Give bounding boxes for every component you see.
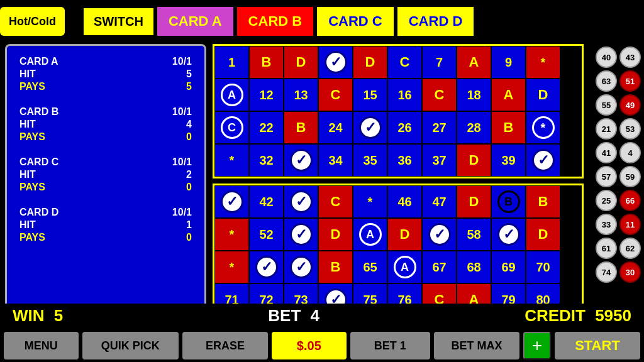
cell-47[interactable]: 47 <box>422 185 457 218</box>
cell-1[interactable]: 1 <box>214 46 249 79</box>
card-c-tab[interactable]: CARD C <box>317 7 394 36</box>
cell-26[interactable]: 26 <box>387 111 422 144</box>
cell-b6[interactable]: B <box>318 251 353 283</box>
cell-34[interactable]: 34 <box>318 144 353 177</box>
cell-b4[interactable]: B <box>491 185 526 218</box>
cell-check10[interactable]: ✓ <box>249 251 284 283</box>
quik-pick-button[interactable]: QUIK PICK <box>82 332 179 359</box>
cell-b5[interactable]: B <box>526 185 560 218</box>
cell-12[interactable]: 12 <box>249 79 284 111</box>
cell-27[interactable]: 27 <box>422 111 457 144</box>
cell-13[interactable]: 13 <box>284 79 318 111</box>
cell-check4[interactable]: ✓ <box>526 144 560 177</box>
cell-check9[interactable]: ✓ <box>491 218 526 251</box>
cell-9[interactable]: 9 <box>491 46 526 79</box>
cell-58[interactable]: 58 <box>457 218 491 251</box>
cell-37[interactable]: 37 <box>422 144 457 177</box>
cell-c3[interactable]: C <box>422 79 457 111</box>
cell-c2[interactable]: C <box>318 79 353 111</box>
cell-a-circle2[interactable]: A <box>353 218 387 251</box>
cell-star4[interactable]: * <box>353 185 387 218</box>
ball-55[interactable]: 55 <box>596 94 617 116</box>
ball-49[interactable]: 49 <box>619 94 641 116</box>
cell-18[interactable]: 18 <box>457 79 491 111</box>
cell-16[interactable]: 16 <box>387 79 422 111</box>
cell-36[interactable]: 36 <box>387 144 422 177</box>
cell-65[interactable]: 65 <box>353 251 387 283</box>
cell-b2[interactable]: B <box>284 111 318 144</box>
cell-d6[interactable]: D <box>318 218 353 251</box>
cell-a-circle3[interactable]: A <box>387 251 422 283</box>
cell-star3[interactable]: * <box>214 144 249 177</box>
cell-star1[interactable]: * <box>526 46 560 79</box>
ball-53[interactable]: 53 <box>619 118 641 140</box>
cell-15[interactable]: 15 <box>353 79 387 111</box>
cell-69[interactable]: 69 <box>491 251 526 283</box>
cell-check7[interactable]: ✓ <box>284 218 318 251</box>
cell-d4[interactable]: D <box>457 144 491 177</box>
cell-star2[interactable]: * <box>526 111 560 144</box>
cell-d3[interactable]: D <box>526 79 560 111</box>
cell-c1[interactable]: C <box>387 46 422 79</box>
bet-max-button[interactable]: BET MAX <box>434 332 519 359</box>
cell-b3[interactable]: B <box>491 111 526 144</box>
cell-star5[interactable]: * <box>214 218 249 251</box>
cell-check2[interactable]: ✓ <box>353 111 387 144</box>
menu-button[interactable]: MENU <box>4 332 79 359</box>
switch-tab[interactable]: SWITCH <box>84 8 153 35</box>
dollar-button[interactable]: $.05 <box>272 332 347 359</box>
ball-25[interactable]: 25 <box>596 190 617 211</box>
cell-67[interactable]: 67 <box>422 251 457 283</box>
bet1-button[interactable]: BET 1 <box>350 332 430 359</box>
ball-41[interactable]: 41 <box>596 142 617 163</box>
cell-68[interactable]: 68 <box>457 251 491 283</box>
cell-c4[interactable]: C <box>318 185 353 218</box>
cell-a2[interactable]: A <box>491 79 526 111</box>
ball-59[interactable]: 59 <box>619 166 641 187</box>
card-a-tab[interactable]: CARD A <box>157 7 233 36</box>
ball-21[interactable]: 21 <box>596 118 617 140</box>
cell-22[interactable]: 22 <box>249 111 284 144</box>
cell-d1[interactable]: D <box>284 46 318 79</box>
cell-52[interactable]: 52 <box>249 218 284 251</box>
ball-61[interactable]: 61 <box>596 238 617 259</box>
cell-35[interactable]: 35 <box>353 144 387 177</box>
cell-24[interactable]: 24 <box>318 111 353 144</box>
ball-40[interactable]: 40 <box>596 47 617 68</box>
start-button[interactable]: START <box>555 332 640 359</box>
ball-33[interactable]: 33 <box>596 214 617 235</box>
cell-28[interactable]: 28 <box>457 111 491 144</box>
cell-d2[interactable]: D <box>353 46 387 79</box>
ball-4[interactable]: 4 <box>619 142 641 163</box>
ball-74[interactable]: 74 <box>596 261 617 283</box>
cell-32[interactable]: 32 <box>249 144 284 177</box>
ball-51[interactable]: 51 <box>619 70 641 92</box>
cell-7[interactable]: 7 <box>422 46 457 79</box>
hot-cold-button[interactable]: Hot/Cold <box>0 7 65 36</box>
cell-check5[interactable]: ✓ <box>214 185 249 218</box>
card-d-tab[interactable]: CARD D <box>397 7 474 36</box>
cell-39[interactable]: 39 <box>491 144 526 177</box>
cell-46[interactable]: 46 <box>387 185 422 218</box>
cell-70[interactable]: 70 <box>526 251 560 283</box>
ball-66[interactable]: 66 <box>619 190 641 211</box>
cell-b1[interactable]: B <box>249 46 284 79</box>
cell-star6[interactable]: * <box>214 251 249 283</box>
cell-a-circle1[interactable]: A <box>214 79 249 111</box>
cell-d5[interactable]: D <box>457 185 491 218</box>
ball-11[interactable]: 11 <box>619 214 641 235</box>
ball-57[interactable]: 57 <box>596 166 617 187</box>
cell-check1[interactable]: ✓ <box>318 46 353 79</box>
plus-button[interactable]: + <box>523 332 551 359</box>
cell-check11[interactable]: ✓ <box>284 251 318 283</box>
cell-42[interactable]: 42 <box>249 185 284 218</box>
cell-check6[interactable]: ✓ <box>284 185 318 218</box>
card-b-tab[interactable]: CARD B <box>237 7 314 36</box>
ball-63[interactable]: 63 <box>596 70 617 92</box>
ball-62[interactable]: 62 <box>619 238 641 259</box>
cell-d7[interactable]: D <box>387 218 422 251</box>
erase-button[interactable]: ERASE <box>182 332 268 359</box>
ball-43[interactable]: 43 <box>619 47 641 68</box>
cell-d8[interactable]: D <box>526 218 560 251</box>
cell-a1[interactable]: A <box>457 46 491 79</box>
